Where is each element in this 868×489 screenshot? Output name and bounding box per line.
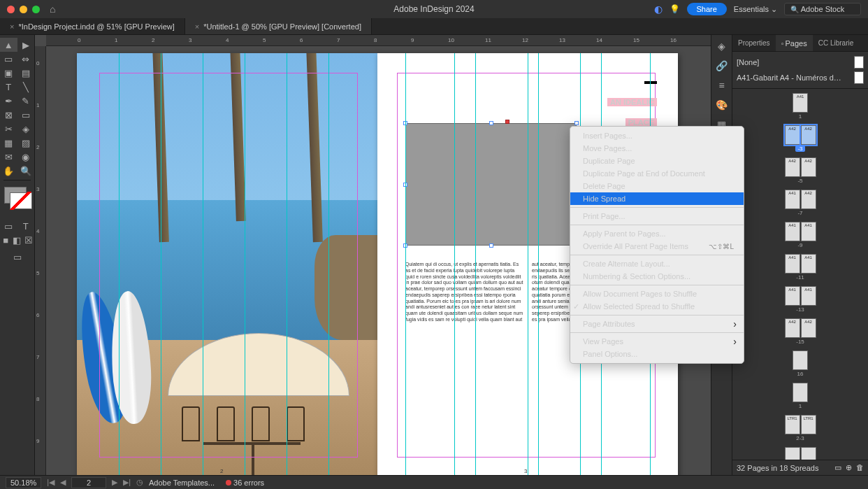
comment-icon[interactable]: ◐ [654, 3, 663, 15]
new-page-icon[interactable]: ⊕ [846, 463, 852, 472]
parent-page-item[interactable]: [None] [737, 55, 864, 70]
context-menu-item[interactable]: Apply Parent to Pages... [570, 227, 744, 240]
apply-none-icon[interactable]: ☒ [23, 233, 34, 247]
view-mode-icon[interactable]: ▭ [0, 250, 34, 264]
free-transform-tool[interactable]: ◈ [17, 122, 35, 136]
context-menu-item[interactable]: Delete Page [570, 180, 744, 192]
page-thumbnail[interactable]: A41 [801, 222, 816, 241]
context-menu-item[interactable]: Print Page... [570, 210, 744, 222]
page-thumbnail-row[interactable]: A42A42-5 [732, 157, 868, 184]
apply-color-icon[interactable]: ■ [0, 233, 11, 247]
context-menu-item[interactable]: Hide Spread [570, 192, 744, 205]
page-thumbnail[interactable]: A41 [785, 190, 800, 209]
stock-search-input[interactable]: 🔍 Adobe Stock [784, 3, 861, 15]
apply-gradient-icon[interactable]: ◧ [11, 233, 22, 247]
gradient-swatch-tool[interactable]: ▦ [0, 136, 17, 150]
page-thumbnail[interactable]: A42 [785, 318, 800, 338]
context-menu-item[interactable]: Panel Options... [570, 348, 744, 360]
pen-tool[interactable]: ✒ [0, 94, 17, 108]
rectangle-frame-tool[interactable]: ⊠ [0, 108, 17, 122]
fill-stroke-swatch[interactable] [0, 184, 34, 215]
horizontal-ruler[interactable]: 012345678910111213141516 [46, 35, 711, 46]
formatting-text-icon[interactable]: T [17, 219, 35, 233]
page-thumbnail[interactable]: A42 [785, 125, 800, 145]
close-window-button[interactable] [7, 6, 15, 13]
note-tool[interactable]: ✉ [0, 150, 17, 164]
page-thumbnail[interactable]: A41 [793, 93, 808, 113]
context-menu-item[interactable]: Numbering & Section Options... [570, 270, 744, 283]
share-button[interactable]: Share [687, 3, 727, 15]
document-tab[interactable]: ×*InDesign Project.indd @ 51% [GPU Previ… [0, 18, 185, 34]
tips-icon[interactable]: 💡 [670, 4, 680, 14]
placed-image[interactable] [77, 53, 377, 475]
vertical-ruler[interactable]: 012345678910 [35, 46, 46, 475]
page-tool[interactable]: ▭ [0, 52, 17, 66]
context-menu-item[interactable]: Insert Pages... [570, 129, 744, 142]
page-thumbnail[interactable]: A42 [785, 157, 800, 177]
page-left[interactable]: 2 [77, 53, 377, 475]
page-thumbnail-row[interactable]: A42A42-3 [732, 125, 868, 152]
eyedropper-tool[interactable]: ◉ [17, 150, 35, 164]
gradient-feather-tool[interactable]: ▨ [17, 136, 35, 150]
page-thumbnail-row[interactable]: A41A42-7 [732, 190, 868, 216]
selection-tool[interactable]: ▲ [0, 38, 17, 52]
pages-panel-tab[interactable]: ◦Pages [776, 35, 813, 51]
formatting-container-icon[interactable]: ▭ [0, 219, 17, 233]
context-menu-item[interactable]: Allow Document Pages to Shuffle [570, 288, 744, 300]
last-spread-icon[interactable]: ▶| [123, 478, 131, 487]
context-menu-item[interactable]: Override All Parent Page Items⌥⇧⌘L [570, 240, 744, 253]
page-thumbnail-row[interactable] [732, 447, 868, 460]
context-menu-item[interactable]: Move Pages... [570, 142, 744, 155]
context-menu-item[interactable]: Duplicate Page [570, 155, 744, 167]
prev-spread-icon[interactable]: ◀ [60, 478, 66, 487]
color-panel-icon[interactable]: 🎨 [716, 99, 728, 111]
context-menu-item[interactable]: ✓Allow Selected Spread to Shuffle [570, 300, 744, 313]
maximize-window-button[interactable] [32, 6, 40, 13]
links-panel-icon[interactable]: 🔗 [716, 60, 728, 71]
page-thumbnail[interactable]: A42 [801, 125, 816, 145]
page-thumbnail[interactable] [801, 447, 816, 460]
heading-text-frame[interactable]: AN IDEALIC PLACE [607, 88, 657, 129]
page-thumbnail[interactable] [793, 383, 808, 402]
page-thumbnail-row[interactable]: 16 [732, 350, 868, 377]
preflight-status[interactable]: 36 errors [226, 479, 264, 487]
context-menu-item[interactable]: Create Alternate Layout... [570, 257, 744, 270]
page-thumbnail-row[interactable]: LTR1LTR12-3 [732, 415, 868, 441]
next-spread-icon[interactable]: ▶ [112, 478, 117, 487]
document-tab[interactable]: ×*Untitled-1 @ 50% [GPU Preview] [Conver… [185, 18, 372, 34]
properties-panel-tab[interactable]: Properties [732, 35, 776, 51]
cc-libraries-panel-tab[interactable]: CC Librarie [813, 35, 860, 51]
content-collector-tool[interactable]: ▣ [0, 66, 17, 80]
rectangle-tool[interactable]: ▭ [17, 108, 35, 122]
page-thumbnail[interactable] [785, 447, 800, 460]
context-menu-item[interactable]: View Pages [570, 335, 744, 348]
hand-tool[interactable]: ✋ [0, 164, 17, 178]
parent-page-item[interactable]: A41-Gabarit A4 - Numéros de page noirs [737, 70, 864, 85]
home-icon[interactable]: ⌂ [50, 3, 55, 15]
gap-tool[interactable]: ⇔ [17, 52, 35, 66]
pencil-tool[interactable]: ✎ [17, 94, 35, 108]
layers-panel-icon[interactable]: ◈ [718, 41, 725, 52]
close-tab-icon[interactable]: × [195, 22, 199, 31]
page-thumbnail[interactable]: A41 [785, 286, 800, 306]
page-thumbnail[interactable]: A42 [801, 157, 816, 177]
page-thumbnail-row[interactable]: 1 [732, 383, 868, 409]
page-thumbnail[interactable]: A41 [801, 254, 816, 274]
page-thumbnail-row[interactable]: A42A42-15 [732, 318, 868, 345]
image-frame-selected[interactable] [405, 123, 577, 246]
page-thumbnail[interactable]: A42 [801, 318, 816, 338]
open-dialog-icon[interactable]: ◷ [136, 478, 143, 487]
page-field[interactable]: 2 [71, 477, 106, 488]
close-tab-icon[interactable]: × [10, 22, 14, 31]
stroke-panel-icon[interactable]: ≡ [718, 80, 724, 91]
minimize-window-button[interactable] [20, 6, 27, 13]
direct-selection-tool[interactable]: ▶ [17, 38, 35, 52]
stroke-swatch[interactable] [10, 192, 32, 209]
page-thumbnail[interactable]: LTR1 [785, 415, 800, 434]
page-thumbnail-row[interactable]: A41A41-13 [732, 286, 868, 313]
context-menu-item[interactable]: Duplicate Page at End of Document [570, 167, 744, 180]
page-thumbnail[interactable]: A41 [785, 254, 800, 274]
page-thumbnail[interactable] [793, 350, 808, 370]
content-placer-tool[interactable]: ▤ [17, 66, 35, 80]
context-menu-item[interactable]: Page Attributes [570, 318, 744, 330]
